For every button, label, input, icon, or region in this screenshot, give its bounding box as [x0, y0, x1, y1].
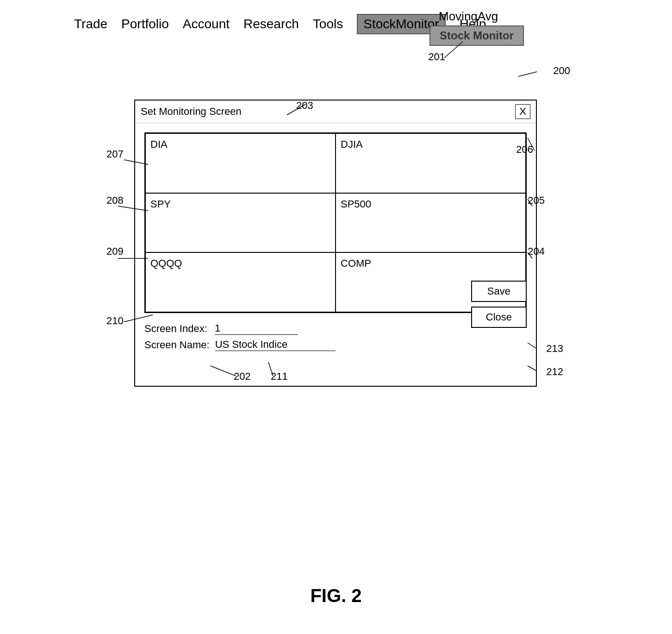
- annotation-201: 201: [428, 51, 445, 63]
- dialog-close-button[interactable]: X: [515, 104, 530, 119]
- annotation-206: 206: [516, 144, 533, 156]
- annotation-213: 213: [546, 343, 563, 355]
- annotation-212: 212: [546, 366, 563, 378]
- dialog-title-bar: Set Monitoring Screen X: [135, 100, 536, 123]
- menu-trade[interactable]: Trade: [74, 17, 107, 31]
- form-area: Screen Index: Screen Name: Save Close: [135, 318, 536, 356]
- annotation-210: 210: [106, 315, 124, 327]
- grid-cell-spy[interactable]: SPY: [145, 193, 336, 253]
- grid-outer: DIA DJIA SPY SP500 QQQQ COMP: [144, 132, 527, 313]
- grid-cell-qqqq[interactable]: QQQQ: [145, 252, 336, 312]
- annotation-202: 202: [234, 370, 251, 383]
- figure-label: FIG. 2: [310, 585, 361, 606]
- screen-index-label: Screen Index:: [144, 323, 209, 335]
- menu-portfolio[interactable]: Portfolio: [121, 17, 169, 31]
- annotation-207: 207: [106, 148, 124, 160]
- svg-line-1: [518, 72, 537, 76]
- annotation-208: 208: [106, 195, 124, 207]
- close-button[interactable]: Close: [471, 307, 527, 328]
- stock-monitor-button[interactable]: Stock Monitor: [429, 25, 524, 46]
- menu-account[interactable]: Account: [183, 17, 230, 31]
- annotation-205: 205: [528, 195, 545, 207]
- grid-cell-sp500[interactable]: SP500: [336, 193, 526, 253]
- annotation-203: 203: [296, 100, 313, 112]
- screen-name-label: Screen Name:: [144, 339, 210, 351]
- annotation-209: 209: [106, 245, 124, 257]
- grid-cell-djia[interactable]: DJIA: [336, 133, 526, 193]
- menu-research[interactable]: Research: [243, 17, 299, 31]
- movingavg-label: MovingAvg: [439, 9, 524, 24]
- annotation-204: 204: [528, 245, 545, 257]
- dialog-set-monitoring: Set Monitoring Screen X DIA DJIA SPY SP5…: [134, 100, 537, 387]
- screen-name-input[interactable]: [215, 339, 336, 351]
- grid-cell-dia[interactable]: DIA: [145, 133, 336, 193]
- annotation-211: 211: [271, 370, 288, 383]
- button-area: Save Close: [471, 281, 527, 328]
- menu-bar: Trade Portfolio Account Research Tools S…: [74, 14, 486, 34]
- save-button[interactable]: Save: [471, 281, 527, 302]
- screen-index-row: Screen Index:: [144, 322, 527, 335]
- dropdown-area: MovingAvg Stock Monitor: [429, 9, 524, 46]
- annotation-200: 200: [553, 65, 570, 77]
- dialog-title: Set Monitoring Screen: [141, 106, 242, 118]
- screen-index-input[interactable]: [215, 322, 298, 335]
- menu-tools[interactable]: Tools: [313, 17, 343, 31]
- screen-name-row: Screen Name:: [144, 339, 527, 351]
